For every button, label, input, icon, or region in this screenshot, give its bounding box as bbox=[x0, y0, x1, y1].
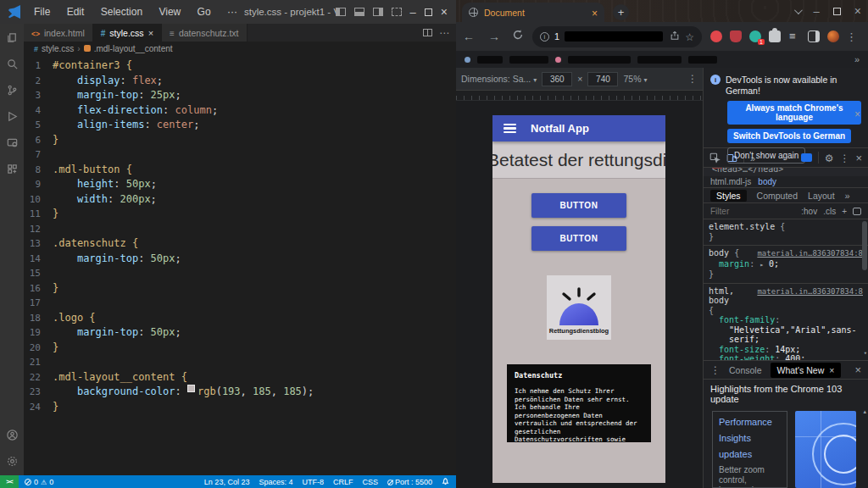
redacted-bookmark[interactable] bbox=[477, 56, 503, 64]
scroll-down-icon[interactable] bbox=[864, 349, 867, 359]
reload-icon[interactable] bbox=[512, 29, 524, 44]
account-icon[interactable] bbox=[5, 428, 19, 442]
expand-shorthand-icon[interactable]: ▸ bbox=[760, 261, 764, 269]
close-button[interactable] bbox=[854, 3, 861, 19]
indentation[interactable]: Spaces: 4 bbox=[259, 478, 292, 486]
drawer-close-icon[interactable] bbox=[854, 363, 861, 376]
live-server-port[interactable]: Port : 5500 bbox=[387, 478, 432, 486]
search-icon[interactable] bbox=[5, 57, 19, 71]
split-editor-icon[interactable] bbox=[423, 29, 432, 36]
extensions-icon[interactable] bbox=[5, 162, 19, 176]
breadcrumb-file[interactable]: style.css bbox=[42, 44, 74, 53]
menu-edit[interactable]: Edit bbox=[60, 6, 92, 18]
close-button[interactable] bbox=[441, 5, 448, 19]
minimize-button[interactable] bbox=[410, 6, 416, 19]
bookmark-favicon[interactable] bbox=[465, 57, 470, 63]
reading-list-icon[interactable] bbox=[788, 30, 800, 42]
more-tabs-icon[interactable] bbox=[845, 191, 850, 201]
crumb-html[interactable]: html.mdl-js bbox=[710, 177, 751, 186]
scrollbar-thumb[interactable] bbox=[862, 221, 867, 270]
error-count[interactable]: 0 bbox=[34, 478, 38, 486]
tab-datenschutz-txt[interactable]: datenschutz.txt bbox=[162, 24, 247, 42]
tab-style-css[interactable]: style.css bbox=[93, 24, 162, 42]
redacted-bookmark[interactable] bbox=[509, 56, 548, 64]
theme-extension-icon[interactable] bbox=[827, 30, 839, 42]
maximize-button[interactable] bbox=[833, 8, 841, 15]
toggle-panel-icon[interactable] bbox=[354, 8, 364, 16]
tab-whats-new[interactable]: What's New bbox=[771, 363, 842, 378]
run-debug-icon[interactable] bbox=[5, 109, 19, 124]
device-select[interactable]: Dimensions: Sa... bbox=[461, 74, 537, 84]
dont-show-again-button[interactable]: Don't show again bbox=[727, 147, 805, 164]
adblock-extension-icon[interactable] bbox=[710, 30, 722, 42]
devtools-settings-icon[interactable] bbox=[825, 150, 834, 165]
scroll-up-icon[interactable] bbox=[863, 408, 866, 415]
devtools-close-icon[interactable] bbox=[855, 150, 862, 165]
share-icon[interactable] bbox=[670, 29, 680, 44]
extensions-puzzle-icon[interactable] bbox=[769, 30, 781, 42]
menu-selection[interactable]: Selection bbox=[94, 6, 149, 18]
source-control-icon[interactable] bbox=[5, 83, 19, 97]
side-panel-icon[interactable] bbox=[808, 30, 820, 42]
elements-tree[interactable]: <head>…</head> bbox=[704, 168, 868, 176]
explorer-icon[interactable] bbox=[5, 30, 19, 45]
tab-close-icon[interactable] bbox=[592, 5, 598, 20]
page-info-icon[interactable] bbox=[540, 32, 549, 42]
back-icon[interactable] bbox=[456, 30, 481, 43]
menu-more[interactable]: ··· bbox=[220, 6, 244, 18]
tab-close-icon[interactable] bbox=[148, 28, 153, 38]
browser-tab[interactable]: Document bbox=[462, 3, 604, 22]
html-body-rule[interactable]: html, body material.in…836307834:8 { fon… bbox=[704, 284, 868, 361]
redacted-bookmark[interactable] bbox=[637, 56, 682, 64]
minimize-button[interactable] bbox=[814, 3, 820, 19]
crumb-body[interactable]: body bbox=[758, 177, 776, 186]
hov-toggle[interactable]: :hov bbox=[801, 207, 817, 216]
zoom-select[interactable]: 75% bbox=[623, 74, 647, 84]
tab-styles[interactable]: Styles bbox=[710, 190, 747, 202]
app-button-2[interactable]: BUTTON bbox=[531, 226, 626, 251]
warning-count[interactable]: 0 bbox=[49, 478, 53, 486]
bookmarks-overflow-icon[interactable] bbox=[854, 54, 860, 64]
notifications-bell-icon[interactable] bbox=[442, 477, 449, 487]
eol-sequence[interactable]: CRLF bbox=[333, 478, 353, 486]
app-button-1[interactable]: BUTTON bbox=[531, 193, 626, 218]
redacted-bookmark[interactable] bbox=[568, 56, 631, 64]
customize-layout-icon[interactable] bbox=[392, 8, 402, 16]
tab-search-icon[interactable] bbox=[794, 6, 803, 14]
tab-index-html[interactable]: index.html bbox=[24, 24, 93, 42]
devtools-menu-icon[interactable] bbox=[839, 150, 849, 165]
toggle-secondary-sidebar-icon[interactable] bbox=[373, 8, 383, 16]
cursor-position[interactable]: Ln 23, Col 23 bbox=[204, 478, 250, 486]
remote-indicator[interactable] bbox=[0, 475, 19, 488]
notification-close-icon[interactable] bbox=[854, 108, 860, 120]
menu-view[interactable]: View bbox=[152, 6, 187, 18]
tab-layout[interactable]: Layout bbox=[808, 191, 835, 201]
inspect-element-icon[interactable] bbox=[709, 152, 721, 164]
maximize-button[interactable] bbox=[425, 8, 432, 16]
toggle-sidebar-icon[interactable] bbox=[336, 8, 346, 16]
drawer-menu-icon[interactable] bbox=[710, 364, 721, 376]
code-editor[interactable]: 1#container3 {2 display: flex;3 margin-t… bbox=[24, 55, 456, 475]
feedback-chat-icon[interactable] bbox=[801, 153, 812, 162]
cls-toggle[interactable]: .cls bbox=[823, 207, 836, 216]
settings-gear-icon[interactable] bbox=[5, 454, 19, 469]
performance-insights-link[interactable]: updates bbox=[719, 449, 781, 459]
address-bar[interactable]: 1 bbox=[532, 26, 702, 47]
device-height-input[interactable] bbox=[587, 72, 618, 86]
computed-sidebar-icon[interactable] bbox=[853, 208, 861, 215]
stylesheet-link[interactable]: material.in…836307834:8 bbox=[757, 249, 863, 259]
stylesheet-link[interactable]: material.in…836307834:8 bbox=[757, 287, 863, 297]
breadcrumb-symbol[interactable]: .mdl-layout__content bbox=[94, 44, 173, 53]
badge-extension-icon[interactable]: 1 bbox=[749, 30, 761, 42]
match-language-button[interactable]: Always match Chrome's language bbox=[727, 101, 861, 125]
new-tab-button[interactable] bbox=[613, 4, 629, 20]
body-rule[interactable]: body { material.in…836307834:8 margin: ▸… bbox=[704, 246, 868, 284]
menu-go[interactable]: Go bbox=[191, 6, 218, 18]
editor-actions-icon[interactable] bbox=[439, 27, 449, 39]
redacted-bookmark[interactable] bbox=[688, 56, 717, 64]
performance-insights-link[interactable]: Performance bbox=[719, 417, 781, 427]
performance-insights-link[interactable]: Insights bbox=[719, 433, 781, 443]
encoding[interactable]: UTF-8 bbox=[302, 478, 324, 486]
forward-icon[interactable] bbox=[481, 30, 507, 43]
new-rule-button[interactable]: + bbox=[842, 207, 847, 216]
